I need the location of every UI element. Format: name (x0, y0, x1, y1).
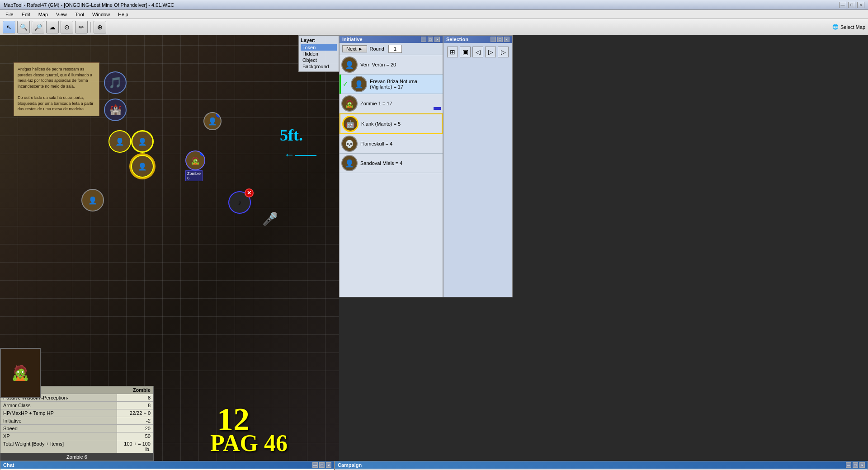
music-icon[interactable]: 🎵 (104, 71, 127, 94)
sel-btn-5[interactable]: ▷ (498, 47, 509, 57)
campaign-minimize[interactable]: — (846, 462, 851, 468)
token-portrait-3: 👤 (138, 162, 147, 171)
tool-draw[interactable]: ✏ (75, 21, 88, 33)
chat-minimize[interactable]: — (312, 462, 318, 468)
tool-pointer[interactable]: ↖ (3, 21, 15, 33)
init-name-klank: Klank (Manto) = 5 (361, 121, 440, 127)
red-token-group[interactable]: ♪ ✕ (228, 191, 251, 214)
campaign-close[interactable]: × (859, 462, 865, 468)
init-entry-zombie1[interactable]: 🧟 Zombie 1 = 17 (340, 94, 443, 113)
stat-value-perception: 8 (117, 394, 153, 401)
menu-edit[interactable]: Edit (18, 11, 34, 18)
menu-tool[interactable]: Tool (71, 11, 88, 18)
layer-object[interactable]: Object (301, 57, 337, 63)
round-input[interactable] (388, 45, 402, 53)
layer-background[interactable]: Background (301, 63, 337, 70)
tool-fog[interactable]: ☁ (46, 21, 59, 33)
stat-row-speed: Speed 20 (0, 425, 153, 432)
init-name-erevan: Erevan Briza Noturna (Vigilante) = 17 (370, 79, 441, 89)
initiative-controls: — □ × (421, 37, 440, 42)
map-arrow: ←—— (284, 148, 316, 161)
map-token-4[interactable]: 👤 (81, 189, 104, 212)
sel-btn-1[interactable]: ⊞ (447, 47, 458, 57)
titlebar: MapTool - Rafael47 (GM) - [ONGOING-Lost … (0, 0, 868, 10)
init-entry-klank[interactable]: 🤖 Klank (Manto) = 5 (340, 113, 443, 134)
menu-window[interactable]: Window (89, 11, 113, 18)
select-map-label: Select Map (840, 24, 865, 30)
init-avatar-sandoval: 👤 (341, 155, 358, 171)
chat-close[interactable]: × (326, 462, 331, 468)
stat-row-hp: HP/MaxHP + Temp HP 22/22 + 0 (0, 409, 153, 417)
tool-stamp[interactable]: ⊙ (61, 21, 73, 33)
initiative-titlebar: Initiative — □ × (340, 36, 443, 43)
castle-icon[interactable]: 🏰 (104, 99, 127, 121)
map-area[interactable]: Antigas hélices de pedra ressoam as pare… (0, 35, 339, 461)
stat-row-init: Initiative -2 (0, 417, 153, 425)
init-entry-erevan[interactable]: ✓ 👤 Erevan Briza Noturna (Vigilante) = 1… (340, 75, 443, 94)
chat-controls: — □ × (312, 462, 331, 468)
stat-label-hp: HP/MaxHP + Temp HP (0, 409, 117, 417)
stat-label-xp: XP (0, 432, 117, 440)
stat-value-xp: 50 (117, 432, 153, 440)
sel-maximize[interactable]: □ (497, 37, 503, 42)
stat-value-ac: 8 (117, 402, 153, 409)
init-name-sandoval: Sandoval Miels = 4 (360, 160, 441, 166)
select-map-area: 🌐 Select Map (832, 24, 865, 30)
campaign-maximize[interactable]: □ (853, 462, 858, 468)
init-minimize[interactable]: — (421, 37, 426, 42)
menu-help[interactable]: Help (114, 11, 132, 18)
map-token-zombie6[interactable]: 🧟 i (185, 150, 205, 170)
map-token-2[interactable]: 👤 (131, 130, 154, 153)
init-entry-flameskull[interactable]: 💀 Flameskull = 4 (340, 134, 443, 154)
sel-btn-2[interactable]: ▣ (460, 47, 471, 57)
sel-btn-4[interactable]: ▷ (485, 47, 496, 57)
init-avatar-flameskull: 💀 (341, 136, 358, 152)
chat-title: Chat (3, 462, 14, 468)
close-button[interactable]: × (857, 2, 864, 8)
tool-extra[interactable]: ⊕ (94, 21, 106, 33)
chat-panel: Chat — □ × 💀 Flameskull: Takes 0 damage.… (0, 461, 335, 470)
map-token-3[interactable]: 👤 (131, 155, 154, 178)
menu-map[interactable]: Map (35, 11, 52, 18)
stat-value-hp: 22/22 + 0 (117, 409, 153, 417)
tool-zoom-in[interactable]: 🔍 (17, 21, 30, 33)
selection-titlebar: Selection — □ × (443, 36, 512, 43)
minimize-button[interactable]: — (839, 2, 846, 8)
5ft-annotation: 5ft. (280, 126, 303, 145)
scroll-para1: Antigas hélices de pedra ressoam as pare… (18, 66, 95, 89)
init-close[interactable]: × (434, 37, 440, 42)
bottom-area: Chat — □ × 💀 Flameskull: Takes 0 damage.… (0, 461, 868, 470)
stat-label-init: Initiative (0, 417, 117, 424)
stat-header-value: Zombie (117, 386, 153, 394)
selection-panel: Selection — □ × ⊞ ▣ ◁ ▷ ▷ (443, 35, 513, 297)
round-label: Round: (370, 46, 386, 52)
init-name-zombie1: Zombie 1 = 17 (360, 101, 431, 106)
right-column (513, 35, 868, 461)
stat-value-init: -2 (117, 417, 153, 424)
maximize-button[interactable]: □ (848, 2, 855, 8)
init-name-vern: Vern Verón = 20 (360, 62, 441, 67)
zombie1-bar (434, 107, 441, 110)
stat-row-weight: Total Weight [Body + Items] 100 + = 100 … (0, 440, 153, 453)
sel-minimize[interactable]: — (491, 37, 496, 42)
chat-maximize[interactable]: □ (319, 462, 325, 468)
toolbar-right: 🌐 Select Map (832, 24, 865, 30)
titlebar-controls: — □ × (839, 2, 864, 8)
sel-close[interactable]: × (504, 37, 509, 42)
toolbar-separator (90, 22, 91, 33)
init-entry-vern[interactable]: 👤 Vern Verón = 20 (340, 55, 443, 75)
init-entry-sandoval[interactable]: 👤 Sandoval Miels = 4 (340, 154, 443, 173)
menu-view[interactable]: View (52, 11, 71, 18)
sel-btn-3[interactable]: ◁ (472, 47, 483, 57)
map-token-1[interactable]: 👤 (108, 130, 131, 153)
map-token-top-right[interactable]: 👤 i (203, 112, 222, 130)
initiative-next-button[interactable]: Next ► (342, 45, 367, 52)
init-maximize[interactable]: □ (428, 37, 433, 42)
layer-hidden[interactable]: Hidden (301, 51, 337, 57)
init-name-flameskull: Flameskull = 4 (360, 141, 441, 146)
tool-zoom-out[interactable]: 🔎 (32, 21, 44, 33)
map-right-filler (513, 35, 868, 297)
layer-token[interactable]: Token (301, 44, 337, 51)
initiative-header: Next ► Round: (340, 43, 443, 55)
menu-file[interactable]: File (2, 11, 17, 18)
